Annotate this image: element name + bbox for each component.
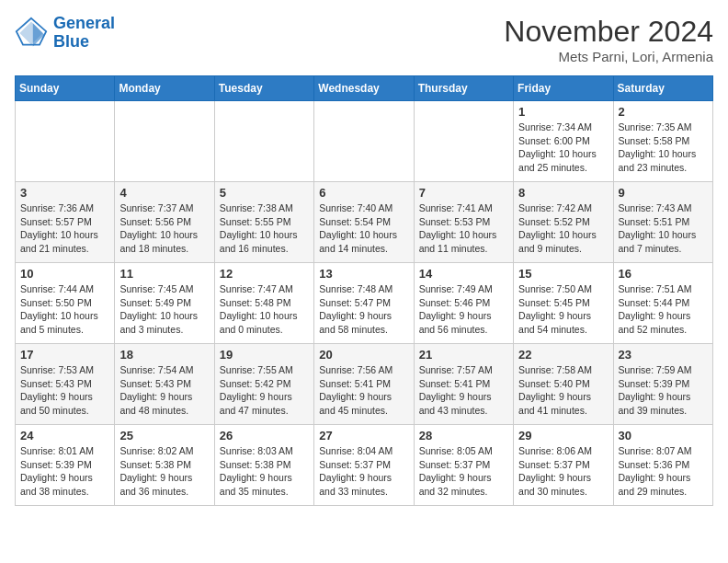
calendar-cell: 26Sunrise: 8:03 AMSunset: 5:38 PMDayligh…: [214, 425, 313, 506]
calendar-cell: 4Sunrise: 7:37 AMSunset: 5:56 PMDaylight…: [115, 182, 214, 263]
day-info: Sunrise: 7:47 AMSunset: 5:48 PMDaylight:…: [220, 282, 309, 337]
day-number: 13: [319, 267, 408, 281]
day-number: 20: [319, 348, 408, 362]
day-number: 30: [619, 429, 708, 442]
day-number: 15: [518, 267, 608, 281]
calendar-cell: 6Sunrise: 7:40 AMSunset: 5:54 PMDaylight…: [314, 182, 414, 263]
calendar-cell: 13Sunrise: 7:48 AMSunset: 5:47 PMDayligh…: [314, 263, 414, 344]
day-number: 9: [619, 186, 708, 200]
calendar-cell: [16, 101, 115, 182]
calendar-week: 24Sunrise: 8:01 AMSunset: 5:39 PMDayligh…: [16, 425, 713, 506]
day-info: Sunrise: 7:50 AMSunset: 5:45 PMDaylight:…: [518, 282, 608, 337]
calendar-week: 17Sunrise: 7:53 AMSunset: 5:43 PMDayligh…: [16, 344, 713, 425]
day-info: Sunrise: 7:48 AMSunset: 5:47 PMDaylight:…: [319, 282, 408, 337]
weekday-header: Tuesday: [214, 76, 313, 101]
calendar-cell: 28Sunrise: 8:05 AMSunset: 5:37 PMDayligh…: [414, 425, 513, 506]
calendar-cell: 10Sunrise: 7:44 AMSunset: 5:50 PMDayligh…: [16, 263, 115, 344]
day-number: 5: [220, 186, 309, 200]
calendar-cell: 16Sunrise: 7:51 AMSunset: 5:44 PMDayligh…: [613, 263, 712, 344]
day-info: Sunrise: 7:45 AMSunset: 5:49 PMDaylight:…: [119, 282, 209, 337]
day-info: Sunrise: 7:34 AMSunset: 6:00 PMDaylight:…: [518, 121, 608, 175]
day-info: Sunrise: 8:03 AMSunset: 5:38 PMDaylight:…: [220, 444, 309, 499]
weekday-header: Monday: [115, 76, 214, 101]
calendar-cell: 15Sunrise: 7:50 AMSunset: 5:45 PMDayligh…: [514, 263, 613, 344]
calendar-cell: 30Sunrise: 8:07 AMSunset: 5:36 PMDayligh…: [613, 425, 712, 506]
day-info: Sunrise: 7:53 AMSunset: 5:43 PMDaylight:…: [20, 363, 109, 418]
calendar-cell: 19Sunrise: 7:55 AMSunset: 5:42 PMDayligh…: [214, 344, 313, 425]
day-number: 17: [20, 348, 109, 362]
calendar-cell: 2Sunrise: 7:35 AMSunset: 5:58 PMDaylight…: [613, 101, 712, 182]
weekday-header: Sunday: [16, 76, 115, 101]
day-number: 6: [319, 186, 408, 200]
day-info: Sunrise: 8:02 AMSunset: 5:38 PMDaylight:…: [119, 444, 209, 499]
day-info: Sunrise: 7:36 AMSunset: 5:57 PMDaylight:…: [20, 201, 109, 256]
day-info: Sunrise: 7:59 AMSunset: 5:39 PMDaylight:…: [619, 363, 708, 418]
calendar-cell: 25Sunrise: 8:02 AMSunset: 5:38 PMDayligh…: [115, 425, 214, 506]
calendar-cell: 29Sunrise: 8:06 AMSunset: 5:37 PMDayligh…: [514, 425, 613, 506]
logo: General Blue: [15, 15, 115, 52]
calendar-cell: 22Sunrise: 7:58 AMSunset: 5:40 PMDayligh…: [514, 344, 613, 425]
day-info: Sunrise: 7:40 AMSunset: 5:54 PMDaylight:…: [319, 201, 408, 256]
day-info: Sunrise: 8:06 AMSunset: 5:37 PMDaylight:…: [518, 444, 608, 499]
month-title: November 2024: [504, 15, 713, 49]
calendar-header: SundayMondayTuesdayWednesdayThursdayFrid…: [16, 76, 713, 101]
weekday-header: Thursday: [414, 76, 513, 101]
day-info: Sunrise: 7:55 AMSunset: 5:42 PMDaylight:…: [220, 363, 309, 418]
calendar-cell: 8Sunrise: 7:42 AMSunset: 5:52 PMDaylight…: [514, 182, 613, 263]
weekday-header: Saturday: [613, 76, 712, 101]
calendar-cell: 5Sunrise: 7:38 AMSunset: 5:55 PMDaylight…: [214, 182, 313, 263]
location: Mets Parni, Lori, Armenia: [504, 49, 713, 64]
calendar-week: 10Sunrise: 7:44 AMSunset: 5:50 PMDayligh…: [16, 263, 713, 344]
day-number: 3: [20, 186, 109, 200]
weekday-header: Friday: [514, 76, 613, 101]
calendar-week: 1Sunrise: 7:34 AMSunset: 6:00 PMDaylight…: [16, 101, 713, 182]
day-number: 28: [419, 429, 508, 442]
day-number: 25: [119, 429, 209, 442]
logo-icon: [15, 17, 48, 50]
calendar-cell: [314, 101, 414, 182]
day-info: Sunrise: 7:57 AMSunset: 5:41 PMDaylight:…: [419, 363, 508, 418]
day-number: 21: [419, 348, 508, 362]
calendar-cell: 11Sunrise: 7:45 AMSunset: 5:49 PMDayligh…: [115, 263, 214, 344]
day-info: Sunrise: 7:43 AMSunset: 5:51 PMDaylight:…: [619, 201, 708, 256]
day-number: 16: [619, 267, 708, 281]
day-number: 27: [319, 429, 408, 442]
calendar-cell: 27Sunrise: 8:04 AMSunset: 5:37 PMDayligh…: [314, 425, 414, 506]
day-number: 23: [619, 348, 708, 362]
logo-text: General Blue: [53, 15, 115, 52]
calendar-cell: 1Sunrise: 7:34 AMSunset: 6:00 PMDaylight…: [514, 101, 613, 182]
day-info: Sunrise: 7:41 AMSunset: 5:53 PMDaylight:…: [419, 201, 508, 256]
day-info: Sunrise: 7:44 AMSunset: 5:50 PMDaylight:…: [20, 282, 109, 337]
calendar-cell: 21Sunrise: 7:57 AMSunset: 5:41 PMDayligh…: [414, 344, 513, 425]
day-info: Sunrise: 8:04 AMSunset: 5:37 PMDaylight:…: [319, 444, 408, 499]
day-info: Sunrise: 7:51 AMSunset: 5:44 PMDaylight:…: [619, 282, 708, 337]
calendar: SundayMondayTuesdayWednesdayThursdayFrid…: [15, 75, 713, 506]
calendar-cell: [214, 101, 313, 182]
day-number: 14: [419, 267, 508, 281]
day-number: 8: [518, 186, 608, 200]
day-number: 18: [119, 348, 209, 362]
day-info: Sunrise: 8:05 AMSunset: 5:37 PMDaylight:…: [419, 444, 508, 499]
day-number: 11: [119, 267, 209, 281]
calendar-cell: 24Sunrise: 8:01 AMSunset: 5:39 PMDayligh…: [16, 425, 115, 506]
day-info: Sunrise: 7:56 AMSunset: 5:41 PMDaylight:…: [319, 363, 408, 418]
day-number: 24: [20, 429, 109, 442]
day-number: 1: [518, 105, 608, 119]
calendar-cell: [414, 101, 513, 182]
day-number: 26: [220, 429, 309, 442]
calendar-cell: 20Sunrise: 7:56 AMSunset: 5:41 PMDayligh…: [314, 344, 414, 425]
calendar-cell: 12Sunrise: 7:47 AMSunset: 5:48 PMDayligh…: [214, 263, 313, 344]
page-header: General Blue November 2024 Mets Parni, L…: [15, 15, 713, 64]
title-block: November 2024 Mets Parni, Lori, Armenia: [504, 15, 713, 64]
day-number: 12: [220, 267, 309, 281]
day-info: Sunrise: 7:37 AMSunset: 5:56 PMDaylight:…: [119, 201, 209, 256]
day-number: 7: [419, 186, 508, 200]
calendar-week: 3Sunrise: 7:36 AMSunset: 5:57 PMDaylight…: [16, 182, 713, 263]
day-info: Sunrise: 7:35 AMSunset: 5:58 PMDaylight:…: [619, 121, 708, 175]
calendar-cell: 7Sunrise: 7:41 AMSunset: 5:53 PMDaylight…: [414, 182, 513, 263]
day-number: 22: [518, 348, 608, 362]
weekday-header: Wednesday: [314, 76, 414, 101]
calendar-cell: 3Sunrise: 7:36 AMSunset: 5:57 PMDaylight…: [16, 182, 115, 263]
calendar-cell: 18Sunrise: 7:54 AMSunset: 5:43 PMDayligh…: [115, 344, 214, 425]
day-info: Sunrise: 7:49 AMSunset: 5:46 PMDaylight:…: [419, 282, 508, 337]
